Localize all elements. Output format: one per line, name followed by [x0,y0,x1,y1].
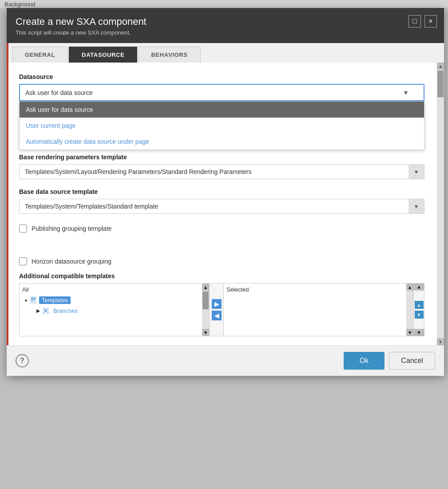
selected-scroll-down[interactable]: ▼ [406,329,413,336]
publishing-grouping-row: Publishing grouping template [19,225,424,233]
compat-templates-box: All ◂ Temp [19,283,424,336]
datasource-dropdown[interactable]: Ask user for data source ▾ [19,84,424,101]
tree-item-branches[interactable]: ▶ Branches [22,305,206,316]
background-bar: Background [0,0,448,8]
scroll-thumb[interactable] [437,71,444,97]
compat-all-panel: All ◂ Temp [20,284,210,336]
scroll-up-btn[interactable]: ▲ [437,63,444,70]
tab-behaviors[interactable]: BEHAVIORS [138,47,200,63]
modal-subtitle: This script will create a new SXA compon… [16,29,435,36]
svg-rect-3 [31,300,34,301]
base-datasource-dropdown-container: Templates/System/Templates/Standard temp… [19,199,424,214]
svg-rect-1 [31,298,36,299]
modal-body: GENERAL DATASOURCE BEHAVIORS ▲ ▼ Datasou… [7,43,444,345]
move-left-button[interactable]: ◀ [212,311,222,320]
all-panel-scrollbar: ▲ ▼ [202,284,209,336]
updown-btn-group: ▲ ▼ [414,291,424,329]
modal-header-actions: □ × [408,15,437,28]
compat-templates-section: Additional compatible templates All ◂ [19,272,424,336]
maximize-button[interactable]: □ [408,15,421,28]
datasource-dropdown-menu: Ask user for data source User current pa… [19,101,424,150]
selected-scroll-up[interactable]: ▲ [406,284,413,291]
dropdown-option-ask[interactable]: Ask user for data source [20,102,424,118]
tab-datasource[interactable]: DATASOURCE [69,47,137,63]
modal-title: Create a new SXA component [16,16,435,28]
compat-templates-header: Additional compatible templates [19,272,424,280]
base-rendering-dropdown-container: Templates/System/Layout/Rendering Parame… [19,164,424,179]
selected-outer-scroll-down[interactable]: ▼ [414,329,424,336]
selected-panel-scrollbar: ▲ ▼ [406,284,413,336]
base-datasource-dropdown[interactable]: Templates/System/Templates/Standard temp… [19,199,424,214]
compat-updown-controls: ▲ ▲ ▼ ▼ [413,284,424,336]
move-up-button[interactable]: ▲ [415,301,424,309]
content-area: ▲ ▼ Datasource Ask user for data source … [8,63,444,345]
move-down-button[interactable]: ▼ [415,311,424,319]
svg-rect-2 [31,299,36,300]
datasource-dropdown-value: Ask user for data source [25,89,93,96]
tree-toggle-templates[interactable]: ◂ [22,296,29,304]
tree-item-templates[interactable]: ◂ Templates [22,295,206,305]
base-rendering-dropdown[interactable]: Templates/System/Layout/Rendering Parame… [19,164,424,179]
modal-footer: ? Ok Cancel [7,345,444,376]
ok-button[interactable]: Ok [344,352,385,370]
tab-general[interactable]: GENERAL [12,47,68,63]
cancel-button[interactable]: Cancel [389,352,435,370]
horizon-datasource-checkbox[interactable] [19,257,27,265]
scroll-down-btn[interactable]: ▼ [437,338,444,345]
compat-selected-header: Selected [226,286,410,293]
all-scroll-down[interactable]: ▼ [202,329,209,336]
all-scroll-up[interactable]: ▲ [202,284,209,291]
horizon-datasource-label: Horizon datasource grouping [32,258,111,265]
base-rendering-value: Templates/System/Layout/Rendering Parame… [25,168,251,175]
modal: Create a new SXA component This script w… [7,8,444,376]
datasource-label: Datasource [19,73,424,80]
base-datasource-value: Templates/System/Templates/Standard temp… [25,203,158,210]
tree-toggle-branches[interactable]: ▶ [35,307,42,314]
modal-header: Create a new SXA component This script w… [7,8,444,43]
move-right-button[interactable]: ▶ [212,299,222,309]
compat-all-header: All [22,286,206,293]
base-datasource-dropdown-btn[interactable]: ▾ [408,199,424,214]
base-rendering-label: Base rendering parameters template [19,154,424,161]
branches-icon [42,307,50,315]
base-rendering-dropdown-btn[interactable]: ▾ [408,164,424,179]
footer-right: Ok Cancel [344,352,435,370]
close-button[interactable]: × [424,15,437,28]
svg-rect-8 [45,310,47,312]
compat-middle-controls: ▶ ◀ [210,284,224,336]
dropdown-option-current[interactable]: User current page [20,118,424,134]
base-datasource-label: Base data source template [19,188,424,195]
datasource-dropdown-container: Ask user for data source ▾ Ask user for … [19,84,424,101]
horizon-datasource-row: Horizon datasource grouping [19,257,424,265]
dropdown-option-auto[interactable]: Automatically create data source under p… [20,134,424,150]
selected-outer-scroll-up[interactable]: ▲ [414,284,424,291]
compat-selected-panel: Selected ▲ ▼ [224,284,413,336]
help-button[interactable]: ? [16,354,29,367]
background-title: Background [4,1,35,8]
template-icon [29,296,37,304]
tree-label-templates: Templates [39,296,71,304]
publishing-grouping-label: Publishing grouping template [32,225,112,232]
tab-bar: GENERAL DATASOURCE BEHAVIORS [8,43,444,63]
main-scrollbar: ▲ ▼ [437,63,444,345]
svg-rect-0 [30,296,36,304]
publishing-grouping-checkbox[interactable] [19,225,27,233]
datasource-dropdown-arrow: ▾ [404,88,408,97]
tree-label-branches: Branches [52,307,79,315]
all-scroll-thumb[interactable] [202,292,209,309]
